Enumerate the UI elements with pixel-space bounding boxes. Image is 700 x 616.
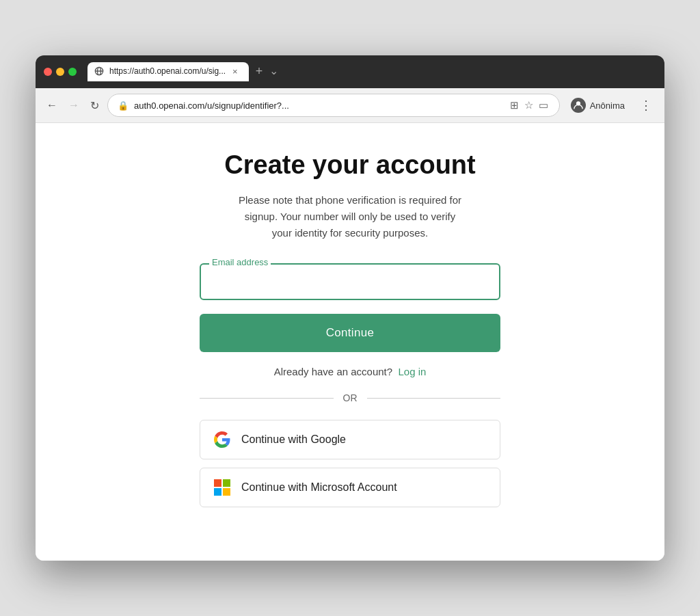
tab-label: https://auth0.openai.com/u/sig... (109, 66, 226, 76)
email-field-wrapper: Email address (200, 263, 500, 300)
reload-button[interactable]: ↻ (88, 98, 102, 113)
address-icons: ⊞ ☆ ▭ (509, 98, 550, 113)
microsoft-login-button[interactable]: Continue with Microsoft Account (200, 468, 500, 507)
page-content: Create your account Please note that pho… (36, 123, 664, 561)
google-btn-label: Continue with Google (241, 433, 346, 446)
browser-menu-button[interactable]: ⋮ (636, 96, 656, 114)
forward-button[interactable]: → (66, 98, 82, 113)
email-input[interactable] (200, 263, 500, 300)
tab-chevron[interactable]: ⌄ (269, 64, 278, 81)
email-label: Email address (209, 257, 271, 267)
google-login-button[interactable]: Continue with Google (200, 420, 500, 459)
maximize-window-button[interactable] (68, 68, 77, 76)
new-tab-button[interactable]: + (252, 65, 267, 81)
tab-bar: https://auth0.openai.com/u/sig... × + ⌄ (88, 62, 278, 81)
tab-globe-icon (94, 66, 104, 76)
google-icon (214, 431, 230, 448)
title-bar: https://auth0.openai.com/u/sig... × + ⌄ (36, 55, 664, 88)
close-window-button[interactable] (44, 68, 52, 76)
lock-icon: 🔒 (118, 101, 129, 111)
window-controls (44, 68, 77, 76)
browser-window: https://auth0.openai.com/u/sig... × + ⌄ … (36, 55, 664, 561)
avatar (571, 98, 586, 113)
divider-line-right (367, 398, 501, 399)
address-bar: ← → ↻ 🔒 auth0.openai.com/u/signup/identi… (36, 88, 664, 123)
tab-close-button[interactable]: × (231, 67, 239, 76)
divider-line-left (200, 398, 334, 399)
login-link[interactable]: Log in (398, 366, 426, 377)
address-field[interactable]: 🔒 auth0.openai.com/u/signup/identifier?.… (107, 94, 560, 117)
active-tab[interactable]: https://auth0.openai.com/u/sig... × (88, 62, 249, 81)
divider: OR (200, 392, 500, 403)
profile-name: Anônima (590, 101, 625, 111)
bookmark-icon[interactable]: ☆ (523, 98, 535, 113)
translate-icon[interactable]: ⊞ (509, 98, 520, 113)
microsoft-btn-label: Continue with Microsoft Account (241, 481, 397, 494)
continue-button[interactable]: Continue (200, 314, 500, 352)
profile-button[interactable]: Anônima (565, 95, 630, 116)
back-button[interactable]: ← (44, 98, 60, 113)
form-container: Create your account Please note that pho… (200, 150, 500, 515)
minimize-window-button[interactable] (56, 68, 64, 76)
login-line: Already have an account? Log in (274, 366, 427, 377)
page-subtitle: Please note that phone verification is r… (234, 192, 466, 241)
divider-text: OR (343, 392, 358, 403)
microsoft-icon (214, 479, 230, 496)
page-title: Create your account (224, 150, 475, 180)
address-text: auth0.openai.com/u/signup/identifier?... (134, 101, 503, 111)
split-view-icon[interactable]: ▭ (537, 98, 550, 113)
